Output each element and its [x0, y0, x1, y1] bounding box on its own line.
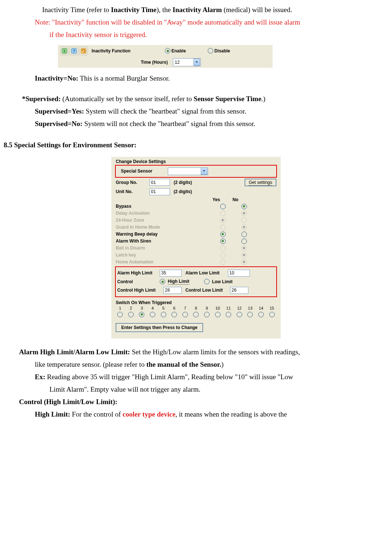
option-label: Bell in Disarm — [116, 245, 215, 251]
supervised-no-text: Supervised=No: System will not check the… — [4, 118, 388, 130]
switch-radio[interactable] — [226, 312, 231, 317]
switch-radio[interactable] — [215, 312, 221, 317]
switch-radio[interactable] — [150, 312, 155, 317]
switch-column: 3 — [138, 306, 145, 317]
switch-radio[interactable] — [258, 312, 264, 317]
change-device-settings-panel: Change Device Settings Special Sensor Gr… — [111, 157, 281, 339]
alarm-high-low-text: Alarm High Limit/Alarm Low Limit: Set th… — [4, 346, 388, 358]
switch-radio[interactable] — [117, 312, 123, 317]
refresh-icon[interactable] — [79, 47, 88, 55]
switch-on-label: Switch On When Triggered — [111, 298, 281, 305]
option-label: Home Automation — [116, 259, 215, 265]
option-row: Latch key — [111, 252, 281, 259]
radio-no — [241, 225, 247, 230]
panel-title: Change Device Settings — [111, 157, 281, 165]
radio-no[interactable] — [241, 239, 247, 244]
radio-yes[interactable] — [220, 204, 226, 209]
switch-column: 1 — [117, 306, 124, 317]
switch-number: 4 — [152, 306, 154, 310]
note-text: Note: "Inactivity" function will be disa… — [4, 16, 388, 29]
radio-yes[interactable] — [220, 239, 226, 244]
radio-no — [241, 252, 247, 258]
supervised-text: *Supervised: (Automatically set by the s… — [4, 93, 388, 105]
switch-column: 12 — [236, 306, 243, 317]
switch-radio[interactable] — [139, 312, 144, 317]
switch-radio[interactable] — [128, 312, 134, 317]
switch-number: 12 — [237, 306, 241, 310]
radio-yes — [220, 252, 226, 258]
switch-number: 15 — [270, 306, 274, 310]
radio-no — [241, 259, 247, 265]
switch-number: 8 — [195, 306, 197, 310]
option-label: Guard In Home Mode — [116, 225, 215, 230]
switch-radio[interactable] — [237, 312, 242, 317]
time-hours-label: Time (Hours) — [58, 60, 173, 65]
switch-column: 15 — [268, 306, 275, 317]
note-text-2: if the Inactivity sensor is triggered. — [4, 29, 388, 41]
help-icon[interactable]: ? — [70, 47, 78, 55]
chevron-down-icon[interactable] — [201, 167, 207, 175]
inactivity-function-panel: i ? Inactivity Function Enable Disable T… — [58, 45, 273, 68]
control-low-limit-label: Control Low Limit — [185, 288, 230, 293]
option-label: Delay Activation — [116, 211, 215, 216]
group-no-input[interactable] — [149, 179, 170, 186]
switch-number: 14 — [259, 306, 263, 310]
switch-column: 2 — [127, 306, 135, 317]
radio-yes — [220, 225, 226, 230]
control-low-limit-input[interactable] — [230, 287, 248, 294]
submit-button[interactable]: Enter Settings then Press to Change — [116, 323, 203, 332]
option-row: Warning Beep delay — [111, 231, 281, 238]
radio-yes[interactable] — [220, 232, 226, 237]
radio-no[interactable] — [241, 232, 247, 237]
switch-radio[interactable] — [247, 312, 253, 317]
option-row: Bell in Disarm — [111, 245, 281, 252]
switch-column: 10 — [214, 306, 221, 317]
control-high-limit-label: Control High Limit — [117, 288, 163, 293]
disable-radio[interactable]: Disable — [208, 48, 230, 53]
option-row: Bypass — [111, 203, 281, 210]
switch-radio[interactable] — [161, 312, 166, 317]
control-label: Control — [117, 279, 160, 284]
control-low-limit-radio[interactable]: Low Limit — [204, 279, 233, 284]
switch-column: 5 — [160, 306, 167, 317]
switch-radio[interactable] — [182, 312, 188, 317]
option-row: Delay Activation — [111, 210, 281, 217]
radio-no — [241, 211, 247, 216]
two-digits-label: (2 digits) — [174, 189, 192, 194]
get-settings-button[interactable]: Get settings — [245, 179, 276, 186]
enable-radio[interactable]: Enable — [165, 48, 186, 53]
switch-number: 7 — [184, 306, 186, 310]
section-heading: 8.5 Special Settings for Environment Sen… — [4, 139, 388, 151]
info-icon[interactable]: i — [60, 47, 69, 55]
time-hours-select[interactable]: 12 — [173, 58, 201, 66]
example-text: Ex: Reading above 35 will trigger "High … — [4, 371, 388, 383]
switch-radio[interactable] — [269, 312, 275, 317]
switch-column: 14 — [258, 306, 265, 317]
switch-column: 4 — [149, 306, 156, 317]
yes-header: Yes — [212, 197, 220, 202]
alarm-high-limit-input[interactable] — [160, 270, 182, 277]
svg-text:i: i — [64, 49, 65, 53]
switch-radio[interactable] — [193, 312, 199, 317]
special-sensor-select[interactable] — [168, 167, 208, 175]
unit-no-input[interactable] — [149, 188, 170, 195]
switch-radio[interactable] — [204, 312, 210, 317]
chevron-down-icon[interactable] — [193, 59, 200, 66]
switch-number: 13 — [248, 306, 252, 310]
switch-radio[interactable] — [171, 312, 177, 317]
body-text: Inactivity Time (refer to Inactivity Tim… — [4, 4, 388, 16]
radio-yes — [220, 218, 226, 223]
alarm-low-limit-input[interactable] — [228, 270, 250, 277]
switch-number: 11 — [226, 306, 231, 310]
alarm-high-low-text-2: like temperature sensor. (please refer t… — [4, 358, 388, 371]
unit-no-label: Unit No. — [116, 189, 149, 194]
option-row: Home Automation — [111, 259, 281, 266]
control-high-limit-radio[interactable]: High Limit — [160, 279, 189, 285]
radio-yes — [220, 245, 226, 251]
control-high-limit-input[interactable] — [163, 287, 182, 294]
switch-number: 6 — [173, 306, 175, 310]
two-digits-label: (2 digits) — [174, 180, 192, 185]
radio-no — [241, 218, 247, 223]
alarm-low-limit-label: Alarm Low Limit — [185, 270, 228, 276]
radio-no[interactable] — [241, 204, 247, 209]
